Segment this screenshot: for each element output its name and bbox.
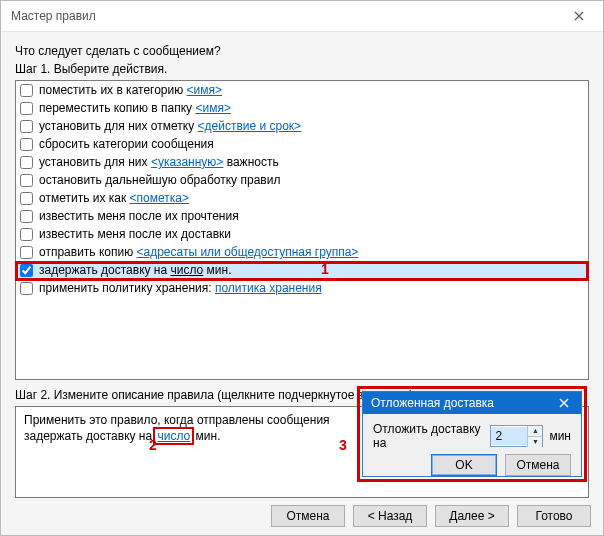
action-row[interactable]: переместить копию в папку <имя> <box>16 99 588 117</box>
dialog-body-post: мин <box>549 429 571 443</box>
minutes-input[interactable] <box>491 427 527 445</box>
action-label: установить для них <указанную> важность <box>39 155 279 169</box>
action-link[interactable]: <пометка> <box>130 191 189 205</box>
spinner-down-button[interactable]: ▼ <box>528 437 542 447</box>
action-row[interactable]: поместить их в категорию <имя> <box>16 81 588 99</box>
action-label: отправить копию <адресаты или общедоступ… <box>39 245 358 259</box>
window-title: Мастер правил <box>11 9 96 23</box>
dialog-title: Отложенная доставка <box>371 396 494 410</box>
dialog-ok-button[interactable]: OK <box>431 454 497 476</box>
action-checkbox[interactable] <box>20 192 33 205</box>
action-row[interactable]: применить политику хранения: политика хр… <box>16 279 588 297</box>
deferred-delivery-dialog: Отложенная доставка Отложить доставку на… <box>362 391 582 477</box>
action-checkbox[interactable] <box>20 84 33 97</box>
action-checkbox[interactable] <box>20 210 33 223</box>
window-close-button[interactable] <box>559 2 599 30</box>
close-icon <box>559 398 569 408</box>
action-label: известить меня после их доставки <box>39 227 231 241</box>
action-label: сбросить категории сообщения <box>39 137 214 151</box>
next-button[interactable]: Далее > <box>435 505 509 527</box>
dialog-cancel-button[interactable]: Отмена <box>505 454 571 476</box>
finish-button[interactable]: Готово <box>517 505 591 527</box>
action-label: поместить их в категорию <имя> <box>39 83 222 97</box>
action-label: отметить их как <пометка> <box>39 191 189 205</box>
back-button[interactable]: < Назад <box>353 505 427 527</box>
rules-wizard-window: Мастер правил Что следует сделать с сооб… <box>0 0 604 536</box>
annotation-highlight-dialog: Отложенная доставка Отложить доставку на… <box>357 386 587 482</box>
action-row[interactable]: отметить их как <пометка> <box>16 189 588 207</box>
actions-listbox[interactable]: поместить их в категорию <имя>переместит… <box>15 80 589 380</box>
action-link[interactable]: число <box>170 263 203 277</box>
action-checkbox[interactable] <box>20 174 33 187</box>
action-row[interactable]: остановить дальнейшую обработку правил <box>16 171 588 189</box>
action-label: переместить копию в папку <имя> <box>39 101 231 115</box>
wizard-footer: Отмена < Назад Далее > Готово <box>271 505 591 527</box>
action-link[interactable]: <действие и срок> <box>198 119 302 133</box>
action-link[interactable]: <указанную> <box>151 155 224 169</box>
action-row[interactable]: установить для них <указанную> важность <box>16 153 588 171</box>
action-link[interactable]: <имя> <box>195 101 230 115</box>
action-link[interactable]: политика хранения <box>215 281 322 295</box>
action-checkbox[interactable] <box>20 264 33 277</box>
action-row[interactable]: установить для них отметку <действие и с… <box>16 117 588 135</box>
close-icon <box>574 11 584 21</box>
step1-question: Что следует сделать с сообщением? <box>15 44 589 58</box>
action-link[interactable]: <имя> <box>187 83 222 97</box>
action-link[interactable]: <адресаты или общедоступная группа> <box>137 245 359 259</box>
action-checkbox[interactable] <box>20 282 33 295</box>
action-checkbox[interactable] <box>20 228 33 241</box>
action-label: остановить дальнейшую обработку правил <box>39 173 280 187</box>
action-row[interactable]: отправить копию <адресаты или общедоступ… <box>16 243 588 261</box>
cancel-button[interactable]: Отмена <box>271 505 345 527</box>
action-row[interactable]: задержать доставку на число мин. <box>16 261 588 279</box>
action-label: известить меня после их прочтения <box>39 209 239 223</box>
desc-number-link[interactable]: число <box>153 427 194 445</box>
action-checkbox[interactable] <box>20 138 33 151</box>
action-row[interactable]: известить меня после их доставки <box>16 225 588 243</box>
action-label: применить политику хранения: политика хр… <box>39 281 322 295</box>
action-checkbox[interactable] <box>20 156 33 169</box>
step1-label: Шаг 1. Выберите действия. <box>15 62 589 76</box>
action-row[interactable]: сбросить категории сообщения <box>16 135 588 153</box>
action-checkbox[interactable] <box>20 102 33 115</box>
dialog-titlebar: Отложенная доставка <box>363 392 581 414</box>
titlebar: Мастер правил <box>1 1 603 32</box>
action-checkbox[interactable] <box>20 120 33 133</box>
action-checkbox[interactable] <box>20 246 33 259</box>
dialog-close-button[interactable] <box>549 392 579 414</box>
spinner-up-button[interactable]: ▲ <box>528 426 542 437</box>
dialog-body-pre: Отложить доставку на <box>373 422 484 450</box>
action-label: установить для них отметку <действие и с… <box>39 119 301 133</box>
action-label: задержать доставку на число мин. <box>39 263 232 277</box>
action-row[interactable]: известить меня после их прочтения <box>16 207 588 225</box>
minutes-spinner[interactable]: ▲ ▼ <box>490 425 543 447</box>
